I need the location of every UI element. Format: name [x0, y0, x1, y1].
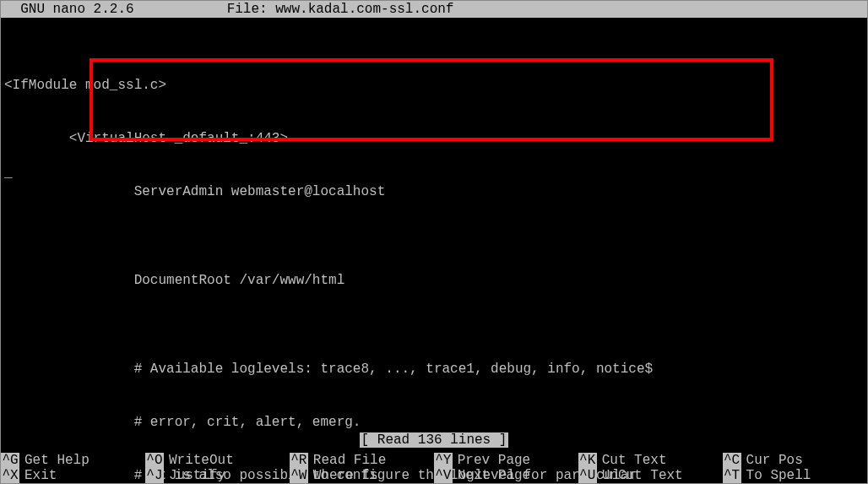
- shortcut-key: ^R: [290, 453, 308, 468]
- shortcut-bar: ^G Get Help ^O WriteOut ^R Read File ^Y …: [1, 453, 867, 483]
- shortcut-key: ^W: [290, 468, 308, 483]
- shortcut-where-is[interactable]: ^W Where Is: [290, 468, 434, 483]
- shortcut-label: WriteOut: [164, 453, 234, 468]
- shortcut-next-page[interactable]: ^V Next Page: [434, 468, 578, 483]
- app-name: GNU nano 2.2.6: [4, 1, 134, 18]
- code-line: <IfModule mod_ssl.c>: [4, 77, 864, 95]
- file-name: File: www.kadal.com-ssl.conf: [134, 1, 864, 18]
- shortcut-writeout[interactable]: ^O WriteOut: [145, 453, 290, 468]
- shortcut-key: ^U: [578, 468, 597, 483]
- shortcut-label: To Spell: [741, 468, 811, 483]
- code-line: # Available loglevels: trace8, ..., trac…: [4, 361, 864, 378]
- shortcut-key: ^Y: [434, 453, 453, 468]
- shortcut-key: ^G: [1, 453, 19, 468]
- shortcut-label: Justify: [164, 468, 225, 483]
- shortcut-key: ^C: [723, 453, 741, 468]
- shortcut-label: Get Help: [19, 453, 90, 468]
- shortcut-exit[interactable]: ^X Exit: [1, 468, 145, 483]
- status-message: [ Read 136 lines ]: [360, 432, 509, 448]
- shortcut-label: UnCut Text: [597, 468, 683, 483]
- shortcut-key: ^J: [145, 468, 164, 483]
- shortcut-row-1: ^G Get Help ^O WriteOut ^R Read File ^Y …: [1, 453, 867, 468]
- shortcut-key: ^K: [578, 453, 597, 468]
- editor-content[interactable]: <IfModule mod_ssl.c> <VirtualHost _defau…: [1, 41, 867, 484]
- cursor-indicator: _: [4, 166, 13, 181]
- shortcut-cut-text[interactable]: ^K Cut Text: [578, 453, 723, 468]
- shortcut-key: ^T: [723, 468, 741, 483]
- shortcut-cur-pos[interactable]: ^C Cur Pos: [723, 453, 867, 468]
- shortcut-get-help[interactable]: ^G Get Help: [1, 453, 145, 468]
- status-bar: [ Read 136 lines ]: [1, 432, 867, 448]
- code-line: <VirtualHost _default_:443>: [4, 130, 864, 148]
- shortcut-label: Where Is: [308, 468, 378, 483]
- shortcut-uncut-text[interactable]: ^U UnCut Text: [578, 468, 723, 483]
- shortcut-prev-page[interactable]: ^Y Prev Page: [434, 453, 578, 468]
- code-line: # error, crit, alert, emerg.: [4, 414, 864, 432]
- shortcut-label: Next Page: [453, 468, 530, 483]
- shortcut-justify[interactable]: ^J Justify: [145, 468, 290, 483]
- shortcut-label: Exit: [19, 468, 57, 483]
- shortcut-key: ^V: [434, 468, 453, 483]
- title-bar: GNU nano 2.2.6 File: www.kadal.com-ssl.c…: [1, 1, 867, 18]
- shortcut-key: ^X: [1, 468, 19, 483]
- shortcut-label: Cur Pos: [741, 453, 803, 468]
- code-line: DocumentRoot /var/www/html: [4, 272, 864, 290]
- shortcut-key: ^O: [145, 453, 164, 468]
- shortcut-label: Prev Page: [453, 453, 530, 468]
- shortcut-read-file[interactable]: ^R Read File: [290, 453, 434, 468]
- shortcut-label: Cut Text: [597, 453, 667, 468]
- shortcut-to-spell[interactable]: ^T To Spell: [723, 468, 867, 483]
- code-line: ServerAdmin webmaster@localhost: [4, 183, 864, 201]
- shortcut-label: Read File: [308, 453, 386, 468]
- shortcut-row-2: ^X Exit ^J Justify ^W Where Is ^V Next P…: [1, 468, 867, 483]
